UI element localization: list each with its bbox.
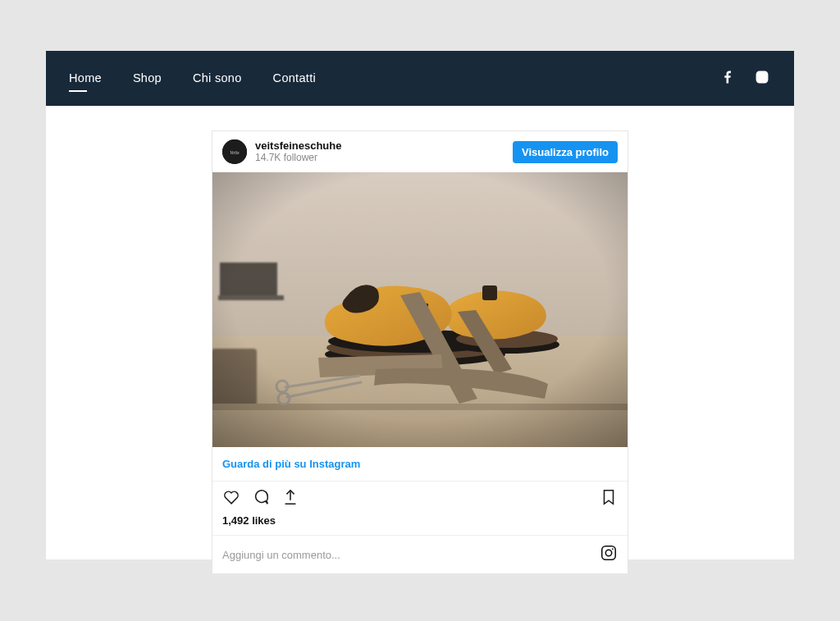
comment-icon[interactable] <box>252 488 270 509</box>
nav-contatti[interactable]: Contatti <box>273 71 316 86</box>
instagram-logo-icon[interactable] <box>600 544 618 565</box>
ig-header: Veits veitsfeineschuhe 14.7K follower Vi… <box>212 131 628 172</box>
ig-post-image[interactable] <box>212 172 628 447</box>
nav-shop[interactable]: Shop <box>133 71 162 86</box>
svg-point-22 <box>605 550 611 555</box>
instagram-embed: Veits veitsfeineschuhe 14.7K follower Vi… <box>212 130 628 574</box>
ig-followers: 14.7K follower <box>255 153 342 164</box>
nav-links: Home Shop Chi sono Contatti <box>69 71 316 86</box>
ig-comment-row <box>212 535 628 573</box>
facebook-icon[interactable] <box>720 70 735 88</box>
instagram-icon[interactable] <box>755 70 769 88</box>
svg-point-2 <box>765 73 766 75</box>
comment-input[interactable] <box>222 549 600 561</box>
ig-actions <box>212 481 628 513</box>
ig-likes[interactable]: 1,492 likes <box>212 513 628 535</box>
svg-point-1 <box>760 75 765 80</box>
ig-user-block: veitsfeineschuhe 14.7K follower <box>255 140 342 164</box>
svg-point-23 <box>612 548 614 550</box>
navbar: Home Shop Chi sono Contatti <box>46 51 794 106</box>
nav-chi-sono[interactable]: Chi sono <box>193 71 242 86</box>
bookmark-icon[interactable] <box>600 495 618 509</box>
nav-home[interactable]: Home <box>69 71 102 86</box>
svg-rect-20 <box>212 172 628 447</box>
ig-username[interactable]: veitsfeineschuhe <box>255 140 342 153</box>
ig-avatar[interactable]: Veits <box>222 139 247 164</box>
content-area: Veits veitsfeineschuhe 14.7K follower Vi… <box>46 106 794 574</box>
heart-icon[interactable] <box>222 488 240 509</box>
svg-text:Veits: Veits <box>230 150 240 155</box>
svg-rect-21 <box>602 546 616 560</box>
ig-see-more: Guarda di più su Instagram <box>212 447 628 481</box>
nav-social-icons <box>720 70 769 88</box>
share-icon[interactable] <box>281 488 299 509</box>
page-container: Home Shop Chi sono Contatti Veits <box>46 51 794 559</box>
see-more-link[interactable]: Guarda di più su Instagram <box>222 458 360 470</box>
view-profile-button[interactable]: Visualizza profilo <box>513 141 618 163</box>
